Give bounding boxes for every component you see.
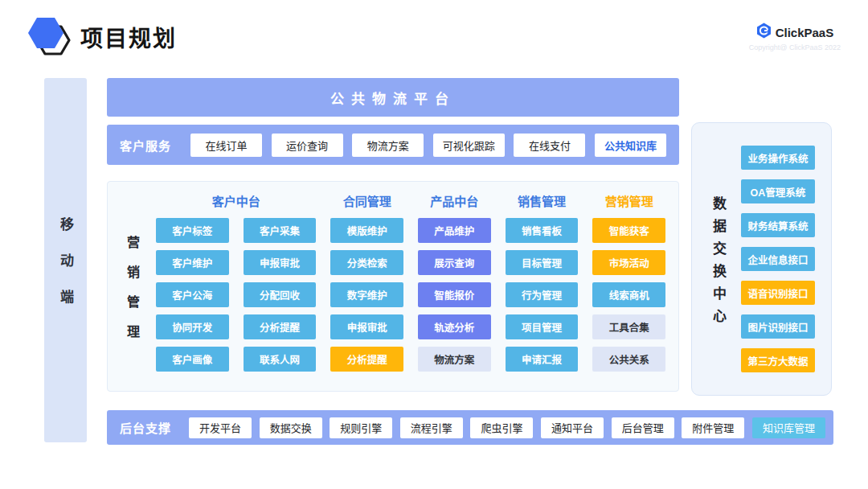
- backend-support-items: 开发平台数据交换规则引擎流程引擎爬虫引擎通知平台后台管理附件管理知识库管理: [189, 417, 825, 438]
- backend-button[interactable]: 通知平台: [541, 417, 604, 438]
- grid-cell-button[interactable]: 客户公海: [156, 282, 229, 307]
- grid-cell-button[interactable]: 目标管理: [506, 250, 579, 275]
- service-button[interactable]: 公共知识库: [595, 134, 666, 157]
- service-button[interactable]: 物流方案: [352, 134, 424, 157]
- grid-cell-button[interactable]: 市场活动: [592, 250, 665, 275]
- grid-cell-button[interactable]: 分析提醒: [244, 314, 317, 339]
- exchange-button[interactable]: 企业信息接口: [741, 247, 815, 271]
- grid-column-headers: 客户中台合同管理产品中台销售管理营销管理: [156, 192, 665, 209]
- exchange-button[interactable]: 图片识别接口: [741, 314, 815, 339]
- grid-column-header: 合同管理: [330, 192, 403, 209]
- grid-cell-button[interactable]: 分类检索: [330, 250, 403, 275]
- grid-cell-button[interactable]: 客户维护: [156, 250, 229, 275]
- grid-cells: 客户标签客户采集模版维护产品维护销售看板智能获客客户维护申报审批分类检索展示查询…: [156, 218, 665, 372]
- backend-support-label: 后台支撑: [120, 419, 171, 436]
- grid-cell-button[interactable]: 数字维护: [330, 282, 403, 307]
- exchange-button[interactable]: OA管理系统: [741, 179, 815, 203]
- backend-button[interactable]: 数据交换: [260, 417, 322, 438]
- exchange-button[interactable]: 语音识别接口: [741, 281, 815, 305]
- grid-cell-button[interactable]: 客户画像: [156, 347, 229, 372]
- backend-support-bar: 后台支撑 开发平台数据交换规则引擎流程引擎爬虫引擎通知平台后台管理附件管理知识库…: [107, 410, 833, 445]
- grid-cell-button[interactable]: 公共关系: [592, 347, 665, 372]
- data-exchange-items: 业务操作系统OA管理系统财务结算系统企业信息接口语音识别接口图片识别接口第三方大…: [741, 146, 815, 372]
- grid-cell-button[interactable]: 客户采集: [244, 218, 317, 243]
- service-button[interactable]: 运价查询: [272, 134, 343, 157]
- grid-column-header: 销售管理: [506, 192, 579, 209]
- service-button[interactable]: 在线订单: [190, 134, 262, 157]
- grid-cell-button[interactable]: 分析提醒: [330, 347, 403, 372]
- backend-button[interactable]: 开发平台: [189, 417, 252, 438]
- data-exchange-side-label: 数据交换中心: [708, 187, 728, 331]
- grid-cell-button[interactable]: 申请汇报: [506, 347, 579, 372]
- service-button[interactable]: 可视化跟踪: [433, 134, 505, 157]
- top-banner-label: 公共物流平台: [330, 88, 456, 108]
- mobile-side-bar: 移动端: [44, 78, 87, 442]
- grid-cell-button[interactable]: 申报审批: [330, 314, 403, 339]
- marketing-grid-panel: 营销管理 客户中台合同管理产品中台销售管理营销管理 客户标签客户采集模版维护产品…: [107, 181, 679, 392]
- exchange-button[interactable]: 第三方大数据: [741, 348, 815, 372]
- customer-service-items: 在线订单运价查询物流方案可视化跟踪在线支付公共知识库: [190, 134, 666, 157]
- marketing-side-label: 营销管理: [122, 219, 141, 355]
- page: 项目规划 ClickPaaS Copyright@ ClickPaaS 2022…: [0, 0, 868, 489]
- grid-cell-button[interactable]: 行为管理: [506, 282, 579, 307]
- hexagon-logo-icon: [24, 14, 74, 63]
- brand-copyright: Copyright@ ClickPaaS 2022: [749, 43, 841, 51]
- grid-cell-button[interactable]: 模版维护: [330, 218, 403, 243]
- backend-button[interactable]: 附件管理: [682, 417, 744, 438]
- grid-cell-button[interactable]: 智能获客: [592, 218, 665, 243]
- top-banner: 公共物流平台: [107, 78, 679, 117]
- grid-cell-button[interactable]: 工具合集: [592, 314, 665, 339]
- data-exchange-panel: 数据交换中心 业务操作系统OA管理系统财务结算系统企业信息接口语音识别接口图片识…: [691, 122, 832, 396]
- service-button[interactable]: 在线支付: [514, 134, 585, 157]
- grid-cell-button[interactable]: 项目管理: [506, 314, 579, 339]
- backend-button[interactable]: 爬虫引擎: [470, 417, 533, 438]
- brand-block: ClickPaaS Copyright@ ClickPaaS 2022: [749, 23, 841, 51]
- grid-cell-button[interactable]: 物流方案: [418, 347, 491, 372]
- grid-column-header: 客户中台: [156, 192, 316, 209]
- grid-cell-button[interactable]: 轨迹分析: [418, 314, 491, 339]
- grid-cell-button[interactable]: 协同开发: [156, 314, 229, 339]
- mobile-side-bar-label: 移动端: [55, 195, 76, 326]
- grid-cell-button[interactable]: 分配回收: [244, 282, 317, 307]
- backend-button[interactable]: 后台管理: [612, 417, 674, 438]
- grid-cell-button[interactable]: 申报审批: [244, 250, 317, 275]
- exchange-button[interactable]: 财务结算系统: [741, 213, 815, 237]
- page-title: 项目规划: [80, 21, 177, 53]
- grid-cell-button[interactable]: 销售看板: [506, 218, 579, 243]
- clickpaas-logo-icon: [756, 23, 772, 42]
- grid-cell-button[interactable]: 产品维护: [418, 218, 491, 243]
- grid-column-header: 营销管理: [592, 192, 665, 209]
- exchange-button[interactable]: 业务操作系统: [741, 146, 815, 170]
- customer-service-bar: 客户服务 在线订单运价查询物流方案可视化跟踪在线支付公共知识库: [107, 125, 679, 165]
- brand-name: ClickPaaS: [776, 26, 834, 39]
- backend-button[interactable]: 流程引擎: [400, 417, 463, 438]
- backend-button[interactable]: 知识库管理: [752, 417, 825, 438]
- grid-column-header: 产品中台: [418, 192, 491, 209]
- grid-cell-button[interactable]: 展示查询: [418, 250, 491, 275]
- grid-cell-button[interactable]: 智能报价: [418, 282, 491, 307]
- backend-button[interactable]: 规则引擎: [330, 417, 392, 438]
- grid-cell-button[interactable]: 联系人网: [244, 347, 317, 372]
- grid-cell-button[interactable]: 客户标签: [156, 218, 229, 243]
- grid-cell-button[interactable]: 线索商机: [592, 282, 665, 307]
- customer-service-label: 客户服务: [120, 137, 171, 154]
